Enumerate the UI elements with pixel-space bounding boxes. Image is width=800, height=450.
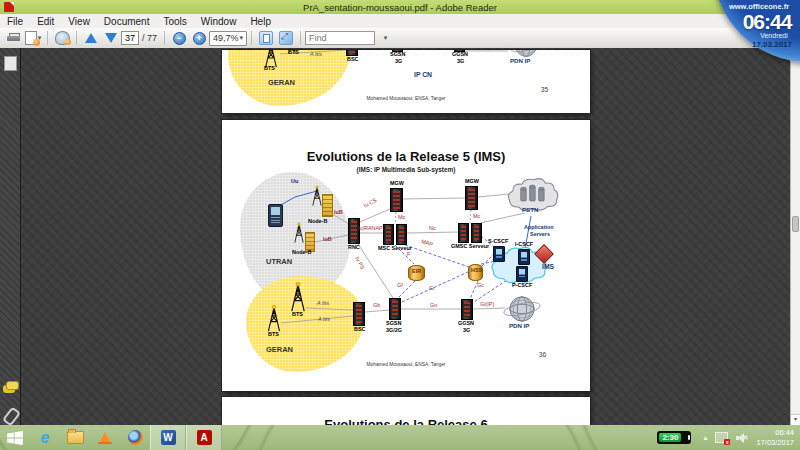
scrolling-mode-button[interactable] xyxy=(257,30,275,46)
pdf-page-36: Evolutions de la Release 5 (IMS) (IMS: I… xyxy=(222,120,590,391)
menu-help[interactable]: Help xyxy=(243,14,278,28)
document-share-icon xyxy=(25,31,37,45)
slide-subtitle: (IMS: IP Multimedia Sub-system) xyxy=(259,166,553,173)
fullscreen-mode-button[interactable] xyxy=(277,30,295,46)
clock-widget-weekday: Vendredi xyxy=(748,32,800,39)
scrollbar-thumb[interactable] xyxy=(792,216,799,232)
taskbar-internet-explorer[interactable]: e xyxy=(30,425,60,450)
find-options-button[interactable]: ▾ xyxy=(376,30,394,46)
zoom-in-icon: + xyxy=(193,32,206,45)
zoom-out-button[interactable]: − xyxy=(170,30,188,46)
next-page-button[interactable] xyxy=(102,30,120,46)
zoom-level-value: 49,7% xyxy=(213,33,239,43)
diagram-label-3g-2g: 3G/2G xyxy=(386,328,402,333)
bsc-server xyxy=(353,302,365,326)
menu-edit[interactable]: Edit xyxy=(30,14,61,28)
system-tray: 2:30 ▴ x ✕ 06:44 17/03/2017 xyxy=(657,425,800,450)
zoom-level-select[interactable]: 49,7% ▾ xyxy=(209,31,247,46)
slide-footer: Mohamed Moussaoui, ENSA, Tanger xyxy=(296,96,517,101)
vlc-cone-icon xyxy=(99,432,111,444)
menu-view[interactable]: View xyxy=(61,14,97,28)
diagram-label-a-bis: A bis xyxy=(317,301,329,306)
email-button[interactable]: ▾ xyxy=(24,30,42,46)
toolbar-separator xyxy=(251,31,252,45)
menu-file[interactable]: File xyxy=(0,14,30,28)
window-titlebar[interactable]: PrA_sentation-moussaoui.pdf - Adobe Read… xyxy=(0,0,800,15)
diagram-label-iu-ps: Iu PS xyxy=(354,256,365,270)
battery-tip xyxy=(688,435,690,440)
nodeb-antenna-2 xyxy=(293,221,305,245)
nodeb-cabinet-1 xyxy=(322,194,333,217)
network-status-icon[interactable]: x xyxy=(715,432,728,443)
diagram-label-rnc: RNC xyxy=(348,245,360,250)
windows-logo-icon xyxy=(7,431,23,445)
start-button[interactable] xyxy=(0,425,30,450)
collaborate-button[interactable] xyxy=(53,30,71,46)
tray-date: 17/03/2017 xyxy=(756,438,794,447)
diagram-label-gr: Gr xyxy=(429,286,435,291)
diagram-label-iu-cs: Iu CS xyxy=(363,198,378,209)
print-button[interactable] xyxy=(4,30,22,46)
show-hidden-icons-button[interactable]: ▴ xyxy=(703,433,707,442)
zoom-in-button[interactable]: + xyxy=(190,30,208,46)
diagram-label-3g: 3G xyxy=(463,328,470,333)
diagram-label-mc: Mc xyxy=(398,215,405,220)
ue-phone xyxy=(268,204,283,227)
diagram-label-bsc: BSC xyxy=(347,57,358,62)
find-input[interactable] xyxy=(305,31,375,45)
diagram-label-iu-ranap: Iu|RANAP xyxy=(358,226,383,231)
pdf-page-35: Mohamed Moussaoui, ENSA, Tanger 35 BTSBT… xyxy=(222,50,590,113)
desktop-screen: PrA_sentation-moussaoui.pdf - Adobe Read… xyxy=(0,0,800,450)
clock-widget-time: 06:44 xyxy=(734,10,800,34)
scroll-down-arrow[interactable]: ▾ xyxy=(791,414,800,425)
diagram-label-gn: Gn xyxy=(430,303,437,308)
i-cscf-server xyxy=(518,249,530,265)
comments-panel-icon[interactable] xyxy=(3,385,15,393)
tray-clock[interactable]: 06:44 17/03/2017 xyxy=(756,428,794,447)
zoom-out-icon: − xyxy=(173,32,186,45)
taskbar-firefox[interactable] xyxy=(120,425,150,450)
mgw-server-1 xyxy=(390,188,403,212)
firefox-icon xyxy=(128,430,143,445)
diagram-label-pdn-ip: PDN IP xyxy=(510,58,530,64)
fullscreen-icon xyxy=(279,31,293,45)
diagram-label-msc-serveur: MSC Serveur xyxy=(378,246,412,251)
pages-panel-icon[interactable] xyxy=(4,56,17,71)
menu-tools[interactable]: Tools xyxy=(156,14,193,28)
diagram-label-sgsn: SGSN xyxy=(386,321,401,326)
slide-title: Evolutions de la Release 5 (IMS) xyxy=(222,149,590,164)
diagram-label-i-cscf: I-CSCF xyxy=(515,242,533,247)
menu-bar: FileEditViewDocumentToolsWindowHelp xyxy=(0,14,800,29)
diagram-label-bts: BTS xyxy=(292,312,303,317)
toolbar-separator xyxy=(76,31,77,45)
diagram-label-sgsn: SGSN xyxy=(390,52,405,57)
adobe-reader-icon: A xyxy=(197,430,212,445)
page-number-input[interactable] xyxy=(121,31,139,45)
slide-page-number: 36 xyxy=(539,351,547,359)
bsc-server xyxy=(346,50,358,56)
taskbar-word-window[interactable]: W xyxy=(150,425,186,450)
ggsn-server xyxy=(461,299,473,320)
navigation-panel xyxy=(0,48,21,425)
menu-document[interactable]: Document xyxy=(97,14,157,28)
taskbar-file-explorer[interactable] xyxy=(60,425,90,450)
attachments-panel-icon[interactable] xyxy=(2,406,21,426)
sgsn-server xyxy=(389,298,401,320)
vertical-scrollbar[interactable]: ▾ xyxy=(790,48,800,425)
diagram-label-ggsn: GGSN xyxy=(452,52,468,57)
battery-time: 2:30 xyxy=(657,433,683,442)
bts-antenna-1 xyxy=(288,282,308,312)
diagram-label-f: F xyxy=(407,252,410,257)
taskbar-adobe-reader-window[interactable]: A xyxy=(186,425,222,450)
diagram-label-map: MAP xyxy=(421,239,434,247)
diagram-label-mgw: MGW xyxy=(465,179,479,184)
taskbar-vlc[interactable] xyxy=(90,425,120,450)
battery-meter-widget[interactable]: 2:30 xyxy=(657,431,691,444)
collaborate-icon xyxy=(55,31,70,45)
diagram-label-mc: Mc xyxy=(473,214,480,219)
bts-antenna-2 xyxy=(265,305,283,332)
document-area[interactable]: Mohamed Moussaoui, ENSA, Tanger 35 BTSBT… xyxy=(21,48,791,425)
menu-window[interactable]: Window xyxy=(194,14,244,28)
volume-muted-icon[interactable]: ✕ xyxy=(736,433,748,443)
previous-page-button[interactable] xyxy=(82,30,100,46)
